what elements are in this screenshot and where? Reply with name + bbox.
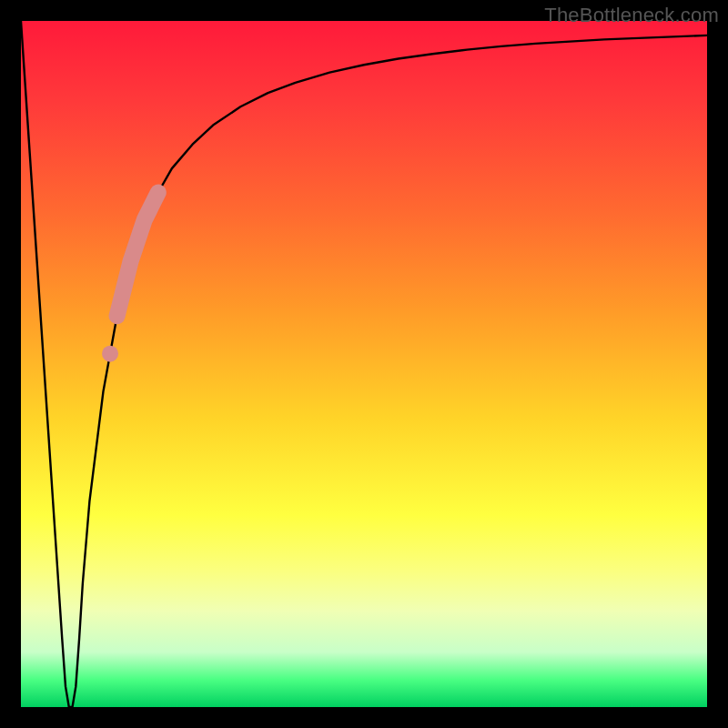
highlight-dot: [102, 346, 118, 362]
highlight-segment: [117, 193, 158, 317]
watermark-text: TheBottleneck.com: [544, 4, 719, 27]
chart-container: TheBottleneck.com: [0, 0, 728, 728]
bottleneck-curve-line: [21, 21, 707, 707]
chart-plot: [21, 21, 707, 707]
